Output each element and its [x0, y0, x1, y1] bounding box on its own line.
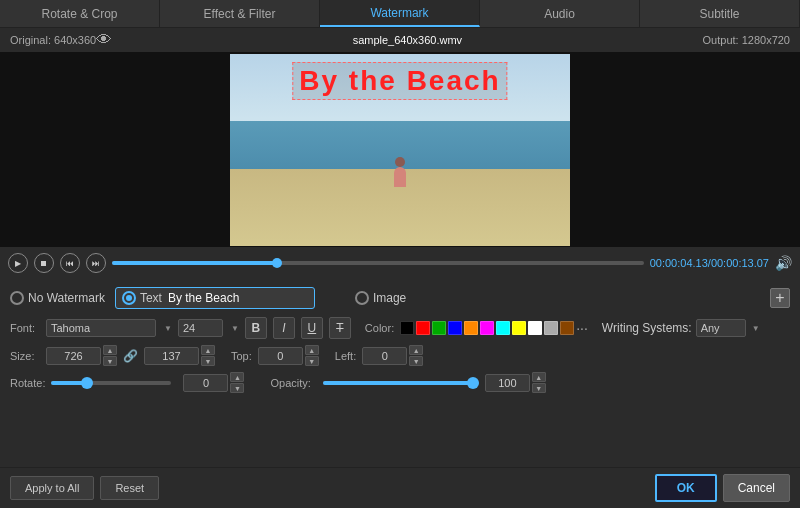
tab-rotate-crop[interactable]: Rotate & Crop	[0, 0, 160, 27]
italic-button[interactable]: I	[273, 317, 295, 339]
font-row: Font: Tahoma ▼ 24 ▼ B I U T Color:	[10, 317, 790, 339]
width-down[interactable]: ▼	[103, 356, 117, 366]
play-button[interactable]: ▶	[8, 253, 28, 273]
top-down[interactable]: ▼	[305, 356, 319, 366]
timeline-thumb	[272, 258, 282, 268]
output-label: Output: 1280x720	[703, 34, 790, 46]
prev-button[interactable]: ⏮	[60, 253, 80, 273]
top-label: Top:	[231, 350, 252, 362]
opacity-spinner-btns: ▲ ▼	[532, 372, 546, 393]
reset-button[interactable]: Reset	[100, 476, 159, 500]
color-yellow[interactable]	[512, 321, 526, 335]
text-option[interactable]: Text	[122, 291, 162, 305]
person	[391, 157, 409, 192]
color-white[interactable]	[528, 321, 542, 335]
timeline[interactable]	[112, 261, 644, 265]
video-info-bar: Original: 640x360 👁 sample_640x360.wmv O…	[0, 28, 800, 52]
cancel-button[interactable]: Cancel	[723, 474, 790, 502]
left-input[interactable]	[362, 347, 407, 365]
color-green[interactable]	[432, 321, 446, 335]
color-orange[interactable]	[464, 321, 478, 335]
main-content: Original: 640x360 👁 sample_640x360.wmv O…	[0, 28, 800, 508]
top-spinner: ▲ ▼	[258, 345, 319, 366]
rotate-down[interactable]: ▼	[230, 383, 244, 393]
ok-button[interactable]: OK	[655, 474, 717, 502]
original-label: Original: 640x360	[10, 34, 96, 46]
bold-button[interactable]: B	[245, 317, 267, 339]
apply-to-all-button[interactable]: Apply to All	[10, 476, 94, 500]
timeline-progress	[112, 261, 277, 265]
height-spinner: ▲ ▼	[144, 345, 215, 366]
volume-icon[interactable]: 🔊	[775, 255, 792, 271]
image-label: Image	[373, 291, 406, 305]
image-option[interactable]: Image	[355, 291, 406, 305]
top-input[interactable]	[258, 347, 303, 365]
filename: sample_640x360.wmv	[112, 34, 702, 46]
width-spinner: ▲ ▼	[46, 345, 117, 366]
add-image-button[interactable]: +	[770, 288, 790, 308]
image-radio[interactable]	[355, 291, 369, 305]
time-total: 00:00:13.07	[711, 257, 769, 269]
no-watermark-label: No Watermark	[28, 291, 105, 305]
video-preview: By the Beach	[0, 52, 800, 247]
left-down[interactable]: ▼	[409, 356, 423, 366]
watermark-overlay[interactable]: By the Beach	[292, 62, 507, 100]
eye-icon[interactable]: 👁	[96, 31, 112, 49]
color-brown[interactable]	[560, 321, 574, 335]
color-black[interactable]	[400, 321, 414, 335]
tab-watermark[interactable]: Watermark	[320, 0, 480, 27]
writing-systems-select[interactable]: Any	[696, 319, 746, 337]
left-label: Left:	[335, 350, 356, 362]
top-up[interactable]: ▲	[305, 345, 319, 355]
height-up[interactable]: ▲	[201, 345, 215, 355]
text-radio[interactable]	[122, 291, 136, 305]
underline-button[interactable]: U	[301, 317, 323, 339]
link-icon[interactable]: 🔗	[123, 349, 138, 363]
writing-systems: Writing Systems: Any ▼	[602, 319, 760, 337]
font-label: Font:	[10, 322, 40, 334]
tab-subtitle[interactable]: Subtitle	[640, 0, 800, 27]
color-blue[interactable]	[448, 321, 462, 335]
color-red[interactable]	[416, 321, 430, 335]
font-size-select[interactable]: 24	[178, 319, 223, 337]
color-label: Color:	[365, 322, 394, 334]
color-swatches: ···	[400, 320, 588, 336]
rotate-label: Rotate:	[10, 377, 45, 389]
height-down[interactable]: ▼	[201, 356, 215, 366]
more-colors-button[interactable]: ···	[576, 320, 588, 336]
rotate-spinner: ▲ ▼	[183, 372, 244, 393]
text-input[interactable]	[168, 291, 308, 305]
stop-button[interactable]: ⏹	[34, 253, 54, 273]
opacity-up[interactable]: ▲	[532, 372, 546, 382]
video-frame: By the Beach	[230, 54, 570, 246]
color-gray[interactable]	[544, 321, 558, 335]
opacity-slider[interactable]	[323, 381, 473, 385]
opacity-down[interactable]: ▼	[532, 383, 546, 393]
rotate-slider[interactable]	[51, 381, 171, 385]
opacity-progress	[323, 381, 473, 385]
color-cyan[interactable]	[496, 321, 510, 335]
strikethrough-button[interactable]: T	[329, 317, 351, 339]
no-watermark-radio[interactable]	[10, 291, 24, 305]
next-button[interactable]: ⏭	[86, 253, 106, 273]
rotate-thumb[interactable]	[81, 377, 93, 389]
tab-effect-filter[interactable]: Effect & Filter	[160, 0, 320, 27]
rotate-up[interactable]: ▲	[230, 372, 244, 382]
opacity-thumb[interactable]	[467, 377, 479, 389]
width-input[interactable]	[46, 347, 101, 365]
height-input[interactable]	[144, 347, 199, 365]
rotate-input[interactable]	[183, 374, 228, 392]
color-magenta[interactable]	[480, 321, 494, 335]
font-family-select[interactable]: Tahoma	[46, 319, 156, 337]
bottom-bar: Apply to All Reset OK Cancel	[0, 467, 800, 508]
no-watermark-option[interactable]: No Watermark	[10, 291, 105, 305]
tab-audio[interactable]: Audio	[480, 0, 640, 27]
left-up[interactable]: ▲	[409, 345, 423, 355]
opacity-input[interactable]	[485, 374, 530, 392]
time-display: 00:00:04.13/00:00:13.07	[650, 257, 769, 269]
width-up[interactable]: ▲	[103, 345, 117, 355]
writing-systems-label: Writing Systems:	[602, 321, 692, 335]
size-dropdown-arrow: ▼	[231, 324, 239, 333]
controls-panel: No Watermark Text Image + Font: Tahoma	[0, 279, 800, 467]
text-option-group: Text	[115, 287, 315, 309]
